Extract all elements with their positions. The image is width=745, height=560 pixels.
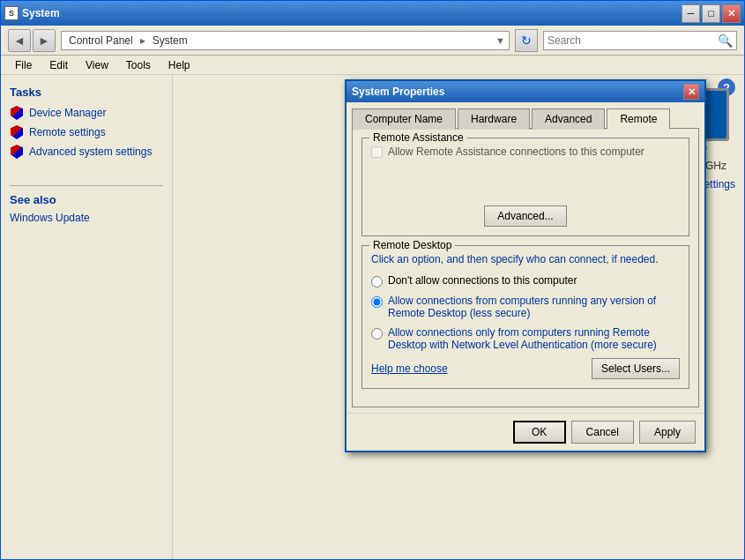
remote-assistance-title: Remote Assistance	[369, 131, 467, 144]
see-also-section: See also Windows Update	[10, 185, 163, 224]
sidebar-item-device-manager[interactable]: Device Manager	[10, 106, 163, 120]
menu-tools[interactable]: Tools	[119, 57, 158, 73]
search-button[interactable]: 🔍	[718, 34, 733, 48]
forward-button[interactable]: ►	[33, 29, 56, 52]
menu-help[interactable]: Help	[161, 57, 197, 73]
remote-assistance-checkbox-row: Allow Remote Assistance connections to t…	[371, 146, 680, 158]
apply-button[interactable]: Apply	[639, 421, 696, 444]
nav-buttons: ◄ ►	[8, 29, 56, 52]
menu-edit[interactable]: Edit	[42, 57, 75, 73]
dialog-title-bar: System Properties ✕	[346, 81, 704, 102]
radio-row-any: Allow connections from computers running…	[371, 295, 680, 319]
main-panel: ?	[173, 75, 744, 559]
title-bar-buttons: ─ □ ✕	[682, 4, 741, 23]
tab-computer-name[interactable]: Computer Name	[352, 108, 456, 130]
remote-desktop-group: Remote Desktop Click an option, and then…	[361, 245, 689, 389]
radio-any-version[interactable]	[371, 296, 383, 308]
path-system: System	[149, 34, 191, 47]
address-combo[interactable]: Control Panel ▸ System ▼	[61, 31, 510, 50]
address-bar: ◄ ► Control Panel ▸ System ▼ ↻ 🔍	[1, 26, 744, 56]
title-bar: S System ─ □ ✕	[1, 1, 744, 26]
dialog-close-button[interactable]: ✕	[683, 84, 699, 100]
remote-desktop-instruction: Click an option, and then specify who ca…	[371, 253, 680, 265]
refresh-button[interactable]: ↻	[515, 29, 538, 52]
dialog-footer-buttons: OK Cancel Apply	[513, 421, 696, 444]
path-control-panel: Control Panel	[65, 34, 137, 47]
search-input[interactable]	[548, 34, 718, 47]
sidebar: Tasks Device Manager Remote settings Adv…	[1, 75, 173, 559]
dialog-title-text: System Properties	[352, 86, 444, 98]
see-also-title: See also	[10, 185, 163, 206]
system-properties-dialog: System Properties ✕ Computer Name Hardwa…	[345, 79, 706, 452]
menu-file[interactable]: File	[8, 57, 39, 73]
minimize-button[interactable]: ─	[682, 4, 700, 23]
tab-content-remote: Remote Assistance Allow Remote Assistanc…	[352, 128, 699, 407]
device-manager-icon	[10, 106, 24, 120]
back-button[interactable]: ◄	[8, 29, 31, 52]
radio-no-connections-label[interactable]: Don't allow connections to this computer	[388, 274, 577, 287]
menu-view[interactable]: View	[78, 57, 115, 73]
search-box[interactable]: 🔍	[543, 31, 737, 50]
remote-desktop-title: Remote Desktop	[369, 239, 455, 251]
dialog-footer: OK Cancel Apply	[346, 413, 704, 451]
radio-row-none: Don't allow connections to this computer	[371, 274, 680, 287]
cancel-button[interactable]: Cancel	[571, 421, 634, 444]
radio-nla-only[interactable]	[371, 328, 383, 340]
window-icon: S	[4, 6, 19, 20]
menu-bar: File Edit View Tools Help	[1, 56, 744, 75]
remote-settings-icon	[10, 125, 24, 139]
tab-strip: Computer Name Hardware Advanced Remote	[352, 108, 699, 129]
remote-assistance-advanced-button[interactable]: Advanced...	[484, 205, 566, 227]
tasks-title: Tasks	[10, 86, 163, 99]
window-title: System	[22, 7, 682, 19]
radio-nla-only-label[interactable]: Allow connections only from computers ru…	[388, 326, 680, 351]
sidebar-item-advanced-settings[interactable]: Advanced system settings	[10, 145, 163, 159]
remote-assistance-checkbox[interactable]	[371, 146, 383, 158]
remote-assistance-group: Remote Assistance Allow Remote Assistanc…	[361, 138, 689, 236]
close-button[interactable]: ✕	[722, 4, 741, 23]
tab-hardware[interactable]: Hardware	[458, 108, 530, 130]
help-me-choose-link[interactable]: Help me choose	[371, 362, 448, 375]
advanced-settings-icon	[10, 145, 24, 159]
tab-remote[interactable]: Remote	[607, 108, 670, 130]
radio-no-connections[interactable]	[371, 276, 383, 287]
sidebar-item-remote-settings[interactable]: Remote settings	[10, 125, 163, 139]
main-window: S System ─ □ ✕ ◄ ► Control Panel ▸ Syste…	[0, 0, 745, 560]
restore-button[interactable]: □	[702, 4, 720, 23]
radio-any-version-label[interactable]: Allow connections from computers running…	[388, 295, 680, 319]
remote-assistance-checkbox-label: Allow Remote Assistance connections to t…	[388, 146, 644, 158]
remote-desktop-footer: Help me choose Select Users...	[371, 358, 680, 379]
ok-button[interactable]: OK	[513, 421, 566, 444]
content-area: Tasks Device Manager Remote settings Adv…	[1, 75, 744, 559]
sidebar-item-windows-update[interactable]: Windows Update	[10, 212, 163, 224]
dialog-body: Computer Name Hardware Advanced Remote R…	[346, 102, 704, 413]
select-users-button[interactable]: Select Users...	[592, 358, 680, 379]
tab-advanced[interactable]: Advanced	[532, 108, 605, 130]
radio-row-nla: Allow connections only from computers ru…	[371, 326, 680, 351]
